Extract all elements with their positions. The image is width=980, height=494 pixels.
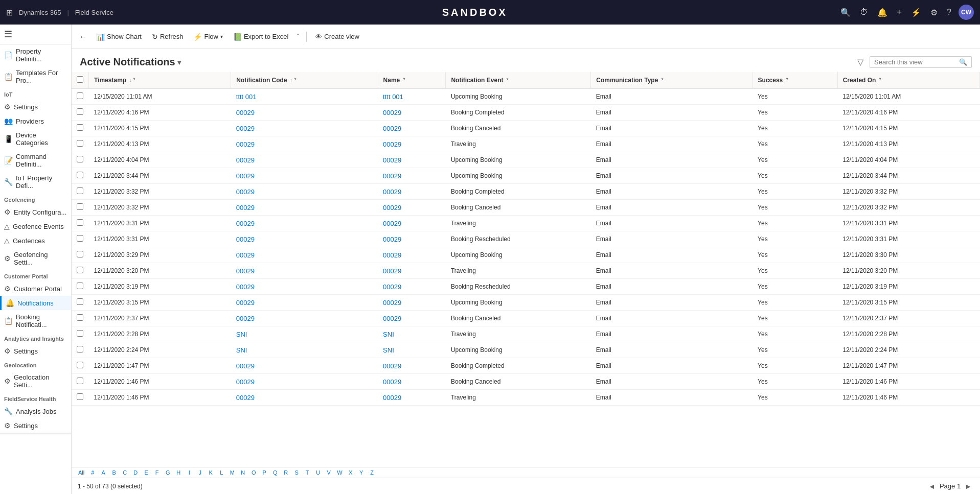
sidebar-item-geofencing-settings[interactable]: ⚙ Geofencing Setti... (0, 248, 71, 269)
name-link[interactable]: 00029 (383, 109, 401, 116)
row-checkbox[interactable] (77, 235, 83, 242)
name-link[interactable]: 00029 (383, 125, 401, 132)
notification-code-link[interactable]: 00029 (236, 204, 255, 211)
row-checkbox[interactable] (77, 92, 83, 99)
row-checkbox[interactable] (77, 124, 83, 131)
notification-code-link[interactable]: 00029 (236, 362, 255, 370)
name-link[interactable]: 00029 (383, 220, 401, 227)
row-checkbox[interactable] (77, 283, 83, 289)
notification-code-column-header[interactable]: Notification Code ↑ ˅ (231, 72, 378, 89)
apps-icon[interactable]: ⊞ (4, 6, 15, 19)
name-link[interactable]: 00029 (383, 236, 401, 243)
name-link[interactable]: 00029 (383, 140, 401, 148)
name-link[interactable]: 00029 (383, 299, 401, 307)
sidebar-item-final-settings[interactable]: ⚙ Settings (0, 418, 71, 433)
alpha-btn-w[interactable]: W (334, 468, 345, 477)
alpha-btn-v[interactable]: V (324, 468, 334, 477)
alpha-btn-e[interactable]: E (141, 468, 151, 477)
alpha-btn-l[interactable]: L (216, 468, 226, 477)
clock-icon[interactable]: ⏱ (858, 6, 870, 19)
alpha-btn-p[interactable]: P (259, 468, 269, 477)
hamburger-icon[interactable]: ☰ (4, 29, 12, 40)
alpha-btn-z[interactable]: Z (367, 468, 377, 477)
sidebar-item-notifications[interactable]: 🔔 Notifications (0, 296, 71, 310)
back-button[interactable]: ← (76, 30, 90, 44)
communication-type-column-header[interactable]: Communication Type ˅ (591, 72, 753, 89)
row-checkbox[interactable] (77, 203, 83, 210)
alpha-btn-i[interactable]: I (184, 468, 194, 477)
row-checkbox[interactable] (77, 298, 83, 305)
name-link[interactable]: SNI (383, 331, 394, 338)
alpha-btn-f[interactable]: F (152, 468, 162, 477)
notification-code-link[interactable]: SNI (236, 346, 247, 354)
row-checkbox[interactable] (77, 251, 83, 257)
filter-button[interactable]: ▽ (855, 55, 865, 69)
row-checkbox[interactable] (77, 219, 83, 226)
sidebar-item-customer-portal[interactable]: ⚙ Customer Portal (0, 281, 71, 296)
alpha-btn-k[interactable]: K (206, 468, 216, 477)
name-link[interactable]: 00029 (383, 362, 401, 370)
alpha-btn-j[interactable]: J (195, 468, 205, 477)
sidebar-item-geolocation-settings[interactable]: ⚙ Geolocation Setti... (0, 370, 71, 392)
settings-icon[interactable]: ⚙ (928, 6, 940, 19)
alpha-btn-o[interactable]: O (248, 468, 259, 477)
lightning-icon[interactable]: ⚡ (909, 6, 923, 19)
alpha-btn-all[interactable]: All (76, 468, 87, 477)
export-to-excel-button[interactable]: 📗 Export to Excel (229, 31, 292, 43)
sidebar-item-device-categories[interactable]: 📱 Device Categories (0, 128, 71, 150)
sidebar-item-geofences[interactable]: △ Geofences (0, 233, 71, 248)
sidebar-item[interactable]: 📄 Property Definiti... (0, 44, 71, 66)
alpha-btn-t[interactable]: T (302, 468, 312, 477)
search-input[interactable] (874, 58, 957, 66)
notification-code-link[interactable]: 00029 (236, 156, 255, 164)
select-all-checkbox[interactable] (77, 76, 83, 83)
notification-code-link[interactable]: 00029 (236, 188, 255, 196)
name-link[interactable]: 00029 (383, 283, 401, 291)
notification-code-link[interactable]: 00029 (236, 283, 255, 291)
flow-button[interactable]: ⚡ Flow ▾ (189, 31, 226, 43)
row-checkbox[interactable] (77, 393, 83, 400)
row-checkbox[interactable] (77, 362, 83, 368)
timestamp-column-header[interactable]: Timestamp ↓ ˅ (89, 72, 231, 89)
search-nav-icon[interactable]: 🔍 (838, 6, 853, 19)
row-checkbox[interactable] (77, 267, 83, 273)
row-checkbox[interactable] (77, 156, 83, 162)
alpha-btn-c[interactable]: C (120, 468, 130, 477)
alpha-btn-g[interactable]: G (163, 468, 173, 477)
create-view-button[interactable]: 👁 Create view (311, 31, 363, 43)
page-next-button[interactable]: ► (963, 481, 974, 491)
row-checkbox[interactable] (77, 378, 83, 384)
name-link[interactable]: SNI (383, 346, 394, 354)
sidebar-item-command-def[interactable]: 📝 Command Definiti... (0, 150, 71, 171)
alpha-btn-a[interactable]: A (98, 468, 108, 477)
row-checkbox[interactable] (77, 108, 83, 115)
notification-code-link[interactable]: 00029 (236, 125, 255, 132)
alpha-btn-u[interactable]: U (313, 468, 323, 477)
alpha-btn-y[interactable]: Y (356, 468, 367, 477)
show-chart-button[interactable]: 📊 Show Chart (92, 31, 146, 43)
name-link[interactable]: 00029 (383, 378, 401, 386)
alpha-btn-r[interactable]: R (281, 468, 291, 477)
notification-code-link[interactable]: 00029 (236, 140, 255, 148)
name-link[interactable]: 00029 (383, 267, 401, 275)
view-title-chevron-icon[interactable]: ▾ (177, 58, 181, 66)
row-checkbox[interactable] (77, 187, 83, 194)
name-link[interactable]: 00029 (383, 204, 401, 211)
sidebar-item-geofence-events[interactable]: △ Geofence Events (0, 219, 71, 233)
row-checkbox[interactable] (77, 140, 83, 147)
alpha-btn-n[interactable]: N (238, 468, 248, 477)
notification-code-link[interactable]: SNI (236, 331, 247, 338)
alpha-btn-s[interactable]: S (291, 468, 302, 477)
sidebar-item-booking-notifications[interactable]: 📋 Booking Notificati... (0, 310, 71, 332)
name-link[interactable]: 00029 (383, 188, 401, 196)
help-icon[interactable]: ? (945, 6, 953, 19)
success-column-header[interactable]: Success ˅ (753, 72, 837, 89)
notification-code-link[interactable]: 00029 (236, 299, 255, 307)
user-avatar[interactable]: CW (959, 5, 974, 20)
created-on-column-header[interactable]: Created On ˅ (837, 72, 979, 89)
export-more-button[interactable]: ˅ (294, 31, 302, 42)
name-link[interactable]: 00029 (383, 251, 401, 259)
notification-code-link[interactable]: 00029 (236, 378, 255, 386)
sidebar-item-providers[interactable]: 👥 Providers (0, 114, 71, 128)
row-checkbox[interactable] (77, 346, 83, 352)
